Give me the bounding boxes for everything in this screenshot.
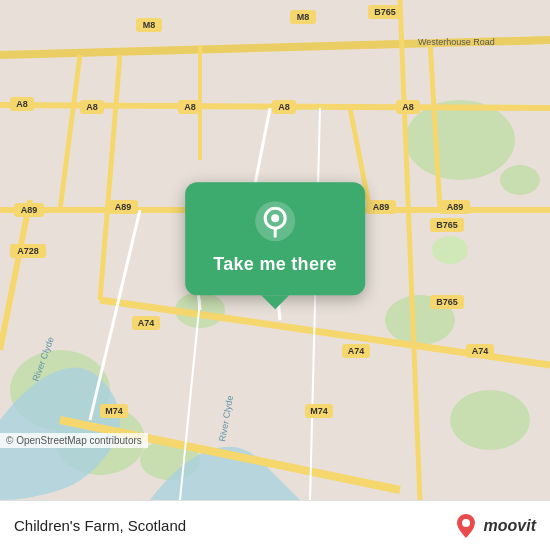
bottom-bar: Children's Farm, Scotland moovit xyxy=(0,500,550,550)
svg-text:A89: A89 xyxy=(373,202,390,212)
svg-point-77 xyxy=(462,519,470,527)
svg-text:M74: M74 xyxy=(105,406,123,416)
svg-text:A8: A8 xyxy=(402,102,414,112)
svg-text:A74: A74 xyxy=(472,346,489,356)
svg-text:A89: A89 xyxy=(447,202,464,212)
svg-text:A74: A74 xyxy=(348,346,365,356)
popup-card[interactable]: Take me there xyxy=(185,182,365,295)
svg-text:M74: M74 xyxy=(310,406,328,416)
svg-text:A8: A8 xyxy=(184,102,196,112)
svg-text:A8: A8 xyxy=(86,102,98,112)
svg-text:A89: A89 xyxy=(115,202,132,212)
take-me-there-button[interactable]: Take me there xyxy=(213,254,337,275)
map-container: M8 M8 B765 B765 B765 A8 A8 A8 A8 A8 A89 … xyxy=(0,0,550,500)
svg-text:A89: A89 xyxy=(21,205,38,215)
map-attribution: © OpenStreetMap contributors xyxy=(0,433,148,448)
svg-text:M8: M8 xyxy=(143,20,156,30)
svg-point-1 xyxy=(405,100,515,180)
svg-text:A8: A8 xyxy=(278,102,290,112)
svg-text:Westerhouse Road: Westerhouse Road xyxy=(418,37,495,47)
svg-text:M8: M8 xyxy=(297,12,310,22)
moovit-logo-icon xyxy=(452,512,480,540)
moovit-logo-text: moovit xyxy=(484,517,536,535)
moovit-logo: moovit xyxy=(452,512,536,540)
svg-text:A8: A8 xyxy=(16,99,28,109)
location-pin-icon xyxy=(254,200,296,242)
svg-text:B765: B765 xyxy=(436,297,458,307)
svg-text:A728: A728 xyxy=(17,246,39,256)
svg-point-3 xyxy=(450,390,530,450)
svg-text:B765: B765 xyxy=(374,7,396,17)
svg-text:A74: A74 xyxy=(138,318,155,328)
svg-point-10 xyxy=(500,165,540,195)
svg-text:B765: B765 xyxy=(436,220,458,230)
place-name: Children's Farm, Scotland xyxy=(14,517,186,534)
svg-point-9 xyxy=(432,236,468,264)
svg-point-75 xyxy=(271,214,279,222)
